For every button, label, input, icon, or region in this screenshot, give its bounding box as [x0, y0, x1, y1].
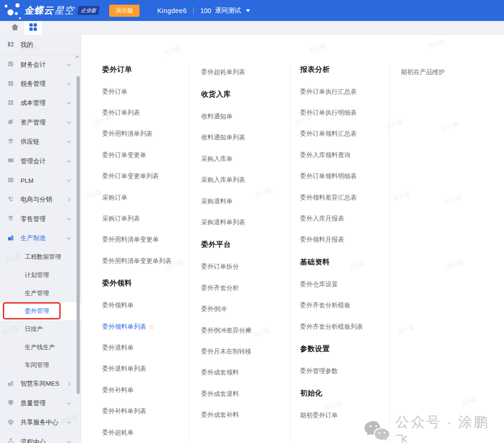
asset-icon: [7, 118, 14, 126]
sidebar-module-label: 零售管理: [21, 215, 66, 223]
sidebar-module-共享服务中心[interactable]: 共享服务中心: [0, 413, 81, 432]
chevron-down-icon: [66, 421, 71, 424]
menu-item-委外用料清单列表[interactable]: 委外用料清单列表: [102, 124, 189, 145]
menu-item-委外管理参数[interactable]: 委外管理参数: [300, 360, 386, 381]
menu-item-采购订单列表[interactable]: 采购订单列表: [102, 208, 189, 229]
menu-item-采购入库单[interactable]: 采购入库单: [201, 148, 287, 169]
sidebar-item-label: 我的: [21, 41, 33, 49]
menu-column-3: 报表分析委外订单执行汇总表委外订单执行明细表委外订单领料汇总表委外入库领料查询委…: [300, 35, 386, 443]
menu-group-header: 初始化: [300, 382, 386, 405]
menu-column-1: 委外订单委外订单委外订单列表委外用料清单列表委外订单变更单委外订单变更单列表采购…: [102, 35, 189, 443]
menu-item-收料通知单[interactable]: 收料通知单: [201, 106, 287, 127]
brand-title: 金蝶云星空: [24, 4, 74, 17]
chevron-down-icon: [66, 159, 71, 163]
demo-version-badge[interactable]: 演示版: [109, 5, 140, 17]
sidebar-module-label: 智慧车间MES: [21, 380, 67, 388]
chevron-down-icon: [66, 179, 71, 182]
sidebar-module-零售管理[interactable]: 零售管理: [0, 209, 81, 228]
sidebar-subitem-工程数据管理[interactable]: 工程数据管理: [0, 248, 81, 266]
menu-item-委外入库领料查询[interactable]: 委外入库领料查询: [300, 145, 386, 166]
menu-item-委外倒冲差异分摊[interactable]: 委外倒冲差异分摊: [201, 320, 287, 341]
menu-item-委外退料单列表[interactable]: 委外退料单列表: [102, 359, 189, 380]
chevron-right-icon: [67, 381, 71, 386]
menu-item-委外订单列表[interactable]: 委外订单列表: [102, 102, 189, 123]
kingdee-logo-icon[interactable]: [3, 0, 24, 21]
menu-item-委外订单变更单列表[interactable]: 委外订单变更单列表: [102, 166, 189, 187]
menu-item-委外订单领料明细表[interactable]: 委外订单领料明细表: [300, 166, 386, 187]
menu-item-委外补料单[interactable]: 委外补料单: [102, 380, 189, 401]
chevron-down-icon: [66, 82, 71, 86]
sidebar-module-生产制造[interactable]: 生产制造: [0, 229, 81, 248]
menu-item-委外齐套分析[interactable]: 委外齐套分析: [201, 277, 287, 298]
menu-item-委外领料差异汇总表[interactable]: 委外领料差异汇总表: [300, 187, 386, 208]
favorite-star-icon[interactable]: ☆: [149, 323, 155, 331]
sidebar-subitem-计划管理[interactable]: 计划管理: [0, 266, 81, 284]
menu-item-委外订单拆分[interactable]: 委外订单拆分: [201, 256, 287, 277]
account-name: Kingdee6: [157, 7, 187, 14]
sidebar-module-PLM[interactable]: PLMPLM: [0, 171, 81, 190]
menu-item-委外订单执行明细表[interactable]: 委外订单执行明细表: [300, 102, 386, 123]
menu-item-委外齐套分析模板列表[interactable]: 委外齐套分析模板列表: [300, 316, 386, 337]
sidebar-module-成本管理[interactable]: 成本管理: [0, 94, 81, 113]
menu-item-委外补料单列表[interactable]: 委外补料单列表: [102, 401, 189, 422]
menu-item-委外倒冲[interactable]: 委外倒冲: [201, 299, 287, 320]
sidebar-module-label: 电商与分销: [21, 195, 67, 204]
scroll-up-icon[interactable]: [75, 55, 79, 58]
menu-item-期初委外订单[interactable]: 期初委外订单: [300, 405, 386, 426]
menu-item-委外订单领料汇总表[interactable]: 委外订单领料汇总表: [300, 124, 386, 145]
brand-bold: 金蝶云: [24, 5, 54, 15]
menu-item-采购退料单列表[interactable]: 采购退料单列表: [201, 212, 287, 233]
menu-item-委外领料单[interactable]: 委外领料单: [102, 295, 189, 316]
sidebar-module-财务会计[interactable]: 财务会计: [0, 55, 81, 74]
sidebar-module-供应链[interactable]: 供应链: [0, 132, 81, 152]
sidebar-module-label: 成本管理: [21, 99, 66, 107]
menu-item-委外用料清单变更单[interactable]: 委外用料清单变更单: [102, 229, 189, 250]
sidebar-module-智慧车间MES[interactable]: 智慧车间MES: [0, 374, 81, 394]
account-switcher[interactable]: Kingdee6 100 逐同测试: [157, 7, 250, 15]
menu-tab-active[interactable]: [24, 21, 42, 35]
menu-item-采购退料单[interactable]: 采购退料单: [201, 191, 287, 212]
menu-item-委外超耗单列表[interactable]: 委外超耗单列表: [201, 62, 287, 83]
sidebar-module-label: 财务会计: [21, 61, 66, 69]
menu-item-收料通知单列表[interactable]: 收料通知单列表: [201, 127, 287, 148]
sidebar-item-my[interactable]: 我的: [0, 35, 81, 55]
sidebar-module-税务管理[interactable]: 税务管理: [0, 74, 81, 93]
retail-icon: [7, 215, 14, 223]
menu-item-委外用料清单变更单列表[interactable]: 委外用料清单变更单列表: [102, 250, 189, 271]
sidebar-subitem-生产线生产[interactable]: 生产线生产: [0, 338, 81, 356]
menu-item-委外入库月报表[interactable]: 委外入库月报表: [300, 208, 386, 229]
sidebar-module-电商与分销[interactable]: 电商与分销: [0, 190, 81, 209]
sidebar-module-资产管理[interactable]: 资产管理: [0, 113, 81, 132]
sidebar-module-质量管理[interactable]: 质量管理: [0, 394, 81, 413]
sidebar-subitem-车间管理[interactable]: 车间管理: [0, 356, 81, 374]
menu-item-委外领料单列表[interactable]: 委外领料单列表☆: [102, 316, 189, 337]
sidebar-module-label: 供应链: [21, 138, 66, 146]
menu-item-委外仓库设置[interactable]: 委外仓库设置: [300, 274, 386, 295]
menu-item-委外订单变更单[interactable]: 委外订单变更单: [102, 145, 189, 166]
sidebar-subitem-委外管理[interactable]: 委外管理: [0, 302, 81, 320]
sidebar-module-流程中心[interactable]: 流程中心: [0, 432, 81, 443]
sidebar-scrollbar[interactable]: [77, 76, 80, 394]
menu-item-委外订单[interactable]: 委外订单: [102, 81, 189, 102]
menu-item-委外月末在制转移[interactable]: 委外月末在制转移: [201, 341, 287, 362]
edition-badge: 企业版: [77, 6, 100, 15]
sidebar-subitem-日排产[interactable]: 日排产: [0, 320, 81, 339]
sidebar-module-管理会计[interactable]: 管理会计: [0, 152, 81, 171]
menu-item-采购订单[interactable]: 采购订单: [102, 187, 189, 208]
menu-item-委外成套退料[interactable]: 委外成套退料: [201, 383, 287, 404]
home-tab[interactable]: [6, 21, 24, 35]
menu-item-委外退料单[interactable]: 委外退料单: [102, 337, 189, 358]
menu-item-采购入库单列表[interactable]: 采购入库单列表: [201, 170, 287, 191]
manufacturing-icon: [7, 235, 14, 242]
menu-item-期初在产品维护[interactable]: 期初在产品维护: [401, 62, 487, 83]
menu-item-委外订单执行汇总表[interactable]: 委外订单执行汇总表: [300, 81, 386, 102]
menu-group-header: 委外领料: [102, 272, 189, 295]
sidebar-module-label: 质量管理: [21, 399, 66, 408]
account-separator: [193, 7, 194, 14]
menu-item-委外超耗单[interactable]: 委外超耗单: [102, 422, 189, 443]
sidebar-subitem-生产管理[interactable]: 生产管理: [0, 284, 81, 302]
menu-item-委外齐套分析模板[interactable]: 委外齐套分析模板: [300, 295, 386, 316]
menu-item-委外成套补料[interactable]: 委外成套补料: [201, 404, 287, 425]
menu-item-委外领料月报表[interactable]: 委外领料月报表: [300, 229, 386, 250]
menu-item-委外成套领料[interactable]: 委外成套领料: [201, 362, 287, 383]
